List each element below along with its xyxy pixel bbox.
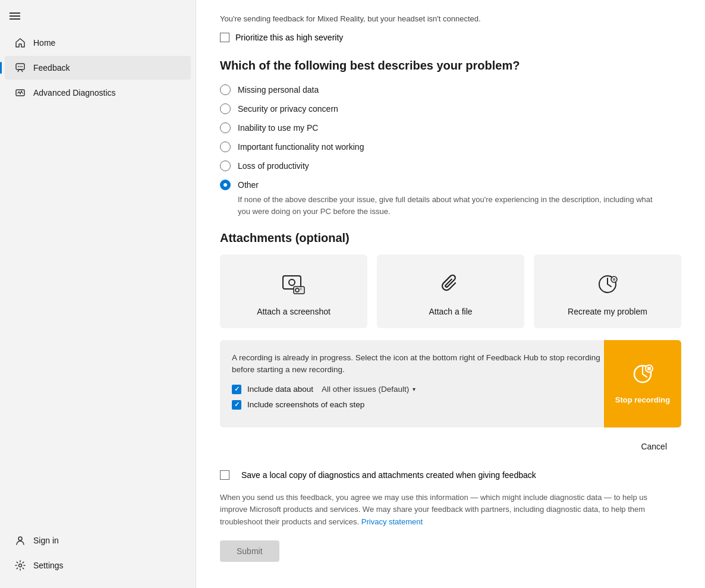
svg-rect-17 [647, 367, 651, 370]
svg-rect-11 [300, 288, 302, 290]
hamburger-button[interactable] [0, 5, 196, 27]
radio-item-missing-personal-data[interactable]: Missing personal data [220, 84, 681, 95]
sidebar-item-advanced-diagnostics-label: Advanced Diagnostics [33, 88, 116, 98]
svg-point-5 [18, 537, 22, 540]
settings-icon [14, 559, 26, 571]
save-copy-checkbox[interactable] [220, 470, 229, 480]
stop-recording-label: Stop recording [615, 395, 670, 405]
save-copy-label: Save a local copy of diagnostics and att… [241, 470, 536, 480]
svg-rect-14 [613, 278, 615, 281]
include-data-dropdown[interactable]: All other issues (Default) ▾ [322, 385, 416, 394]
svg-point-3 [21, 66, 23, 67]
sidebar-item-home-label: Home [33, 38, 55, 48]
include-data-label: Include data about [247, 385, 313, 394]
sidebar: Home Feedback Adv [0, 0, 196, 588]
radio-circle-functionality[interactable] [220, 142, 231, 152]
privacy-statement-link[interactable]: Privacy statement [361, 517, 423, 526]
diagnostics-icon [14, 87, 26, 99]
sidebar-nav: Home Feedback Adv [0, 27, 196, 527]
sidebar-item-advanced-diagnostics[interactable]: Advanced Diagnostics [5, 81, 191, 105]
radio-circle-productivity[interactable] [220, 161, 231, 171]
sidebar-item-signin-label: Sign in [33, 536, 59, 545]
radio-item-functionality[interactable]: Important functionality not working [220, 142, 681, 152]
signin-icon [14, 534, 26, 546]
radio-label-missing-personal-data: Missing personal data [238, 85, 319, 95]
chevron-down-icon: ▾ [413, 386, 416, 392]
radio-label-security-privacy: Security or privacy concern [238, 104, 338, 114]
radio-label-inability: Inability to use my PC [238, 123, 318, 133]
radio-group: Missing personal data Security or privac… [220, 84, 681, 217]
stop-recording-button[interactable]: Stop recording [604, 340, 681, 427]
radio-label-functionality: Important functionality not working [238, 142, 364, 152]
sidebar-item-settings[interactable]: Settings [5, 554, 191, 577]
radio-circle-security-privacy[interactable] [220, 103, 231, 114]
include-data-value: All other issues (Default) [322, 385, 409, 394]
include-screenshots-label: Include screenshots of each step [247, 400, 364, 409]
save-copy-row: Save a local copy of diagnostics and att… [220, 470, 681, 480]
recording-panel: A recording is already in progress. Sele… [220, 340, 681, 427]
other-description: If none of the above describe your issue… [238, 194, 666, 217]
radio-label-productivity: Loss of productivity [238, 161, 309, 171]
attach-screenshot-card[interactable]: Attach a screenshot [220, 254, 367, 328]
radio-circle-inability[interactable] [220, 122, 231, 133]
radio-item-other[interactable]: Other If none of the above describe your… [220, 180, 681, 217]
attach-file-icon [438, 271, 464, 301]
svg-point-8 [289, 279, 295, 285]
sidebar-item-settings-label: Settings [33, 561, 64, 570]
stop-recording-icon [631, 362, 654, 391]
radio-circle-other[interactable] [220, 180, 231, 190]
attach-file-card[interactable]: Attach a file [377, 254, 524, 328]
radio-label-other: Other [238, 180, 259, 190]
svg-point-2 [20, 66, 21, 67]
priority-label: Prioritize this as high severity [235, 33, 343, 42]
recording-text: A recording is already in progress. Sele… [232, 352, 600, 376]
radio-item-security-privacy[interactable]: Security or privacy concern [220, 103, 681, 114]
sidebar-item-feedback[interactable]: Feedback [5, 56, 191, 80]
main-content: You're sending feedback for Mixed Realit… [196, 0, 705, 588]
submit-button[interactable]: Submit [220, 540, 279, 562]
include-data-checkbox[interactable] [232, 385, 241, 394]
radio-item-inability[interactable]: Inability to use my PC [220, 122, 681, 133]
section-title: Which of the following best describes yo… [220, 59, 681, 73]
attach-file-label: Attach a file [429, 307, 472, 316]
svg-point-1 [18, 66, 19, 67]
attachments-title: Attachments (optional) [220, 231, 681, 245]
sidebar-item-home[interactable]: Home [5, 31, 191, 55]
svg-point-6 [19, 564, 22, 567]
radio-circle-missing-personal-data[interactable] [220, 84, 231, 95]
attach-screenshot-label: Attach a screenshot [257, 307, 331, 316]
svg-rect-4 [16, 90, 24, 96]
cancel-button[interactable]: Cancel [627, 437, 681, 456]
priority-row: Prioritize this as high severity [220, 33, 681, 42]
screenshot-icon [281, 271, 307, 301]
sidebar-item-feedback-label: Feedback [33, 63, 70, 73]
info-text: You're sending feedback for Mixed Realit… [220, 14, 681, 23]
recreate-problem-card[interactable]: Recreate my problem [534, 254, 681, 328]
home-icon [14, 37, 26, 49]
feedback-icon [14, 62, 26, 74]
recreate-problem-icon [594, 271, 621, 301]
recreate-problem-label: Recreate my problem [568, 307, 647, 316]
include-screenshots-checkbox[interactable] [232, 400, 241, 410]
sidebar-item-signin[interactable]: Sign in [5, 529, 191, 552]
priority-checkbox[interactable] [220, 33, 229, 42]
radio-item-productivity[interactable]: Loss of productivity [220, 161, 681, 171]
legal-text: When you send us this feedback, you agre… [220, 492, 672, 529]
attachments-row: Attach a screenshot Attach a file Recre [220, 254, 681, 328]
sidebar-bottom: Sign in Settings [0, 527, 196, 588]
